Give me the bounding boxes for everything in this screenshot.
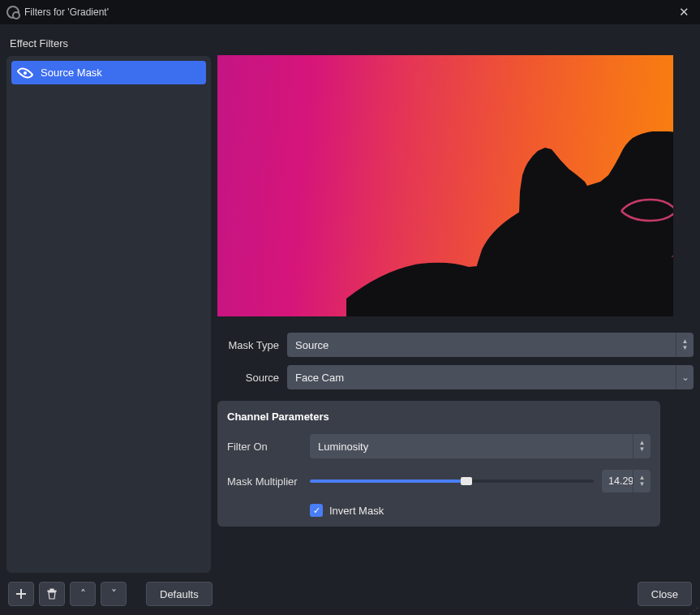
source-label: Source bbox=[217, 372, 279, 384]
channel-parameters-header: Channel Parameters bbox=[227, 411, 651, 423]
filter-item-source-mask[interactable]: Source Mask bbox=[11, 61, 206, 84]
window-title: Filters for 'Gradient' bbox=[24, 6, 669, 18]
invert-mask-checkbox[interactable]: ✓ bbox=[310, 504, 323, 517]
invert-mask-label: Invert Mask bbox=[329, 505, 384, 517]
mask-type-dropdown[interactable]: Source ▲▼ bbox=[287, 333, 694, 357]
chevron-updown-icon: ▲▼ bbox=[633, 470, 651, 492]
mask-multiplier-label: Mask Multiplier bbox=[227, 475, 302, 488]
trash-icon bbox=[46, 588, 58, 600]
filter-list: Source Mask bbox=[6, 56, 211, 573]
chevron-up-icon: ˄ bbox=[80, 587, 86, 600]
mask-multiplier-input[interactable]: 14.29 ▲▼ bbox=[602, 470, 651, 492]
filter-on-label: Filter On bbox=[227, 441, 302, 453]
move-down-button[interactable]: ˅ bbox=[101, 582, 127, 606]
plus-icon bbox=[15, 588, 27, 600]
chevron-down-icon: ⌄ bbox=[676, 365, 694, 389]
resize-grip-icon[interactable]: ⋰ bbox=[689, 609, 698, 614]
visibility-icon[interactable] bbox=[16, 64, 33, 81]
add-filter-button[interactable] bbox=[8, 582, 34, 606]
mask-type-label: Mask Type bbox=[217, 339, 279, 351]
filter-item-label: Source Mask bbox=[41, 67, 102, 79]
defaults-button[interactable]: Defaults bbox=[146, 582, 213, 606]
move-up-button[interactable]: ˄ bbox=[70, 582, 96, 606]
effect-filters-header: Effect Filters bbox=[6, 31, 211, 56]
filter-on-dropdown[interactable]: Luminosity ▲▼ bbox=[310, 434, 651, 458]
preview bbox=[217, 55, 673, 316]
delete-filter-button[interactable] bbox=[39, 582, 65, 606]
close-button[interactable]: Close bbox=[638, 582, 692, 606]
close-icon[interactable]: ✕ bbox=[674, 5, 694, 19]
app-icon bbox=[6, 6, 19, 19]
chevron-down-icon: ˅ bbox=[111, 587, 117, 600]
source-dropdown[interactable]: Face Cam ⌄ bbox=[287, 365, 694, 389]
titlebar: Filters for 'Gradient' ✕ bbox=[0, 0, 700, 24]
mask-multiplier-slider[interactable] bbox=[310, 473, 594, 489]
channel-parameters-group: Channel Parameters Filter On Luminosity … bbox=[217, 401, 660, 527]
chevron-updown-icon: ▲▼ bbox=[633, 434, 651, 458]
properties-panel: Mask Type Source ▲▼ Source Face Cam ⌄ Ch… bbox=[217, 326, 694, 527]
chevron-updown-icon: ▲▼ bbox=[676, 333, 694, 357]
